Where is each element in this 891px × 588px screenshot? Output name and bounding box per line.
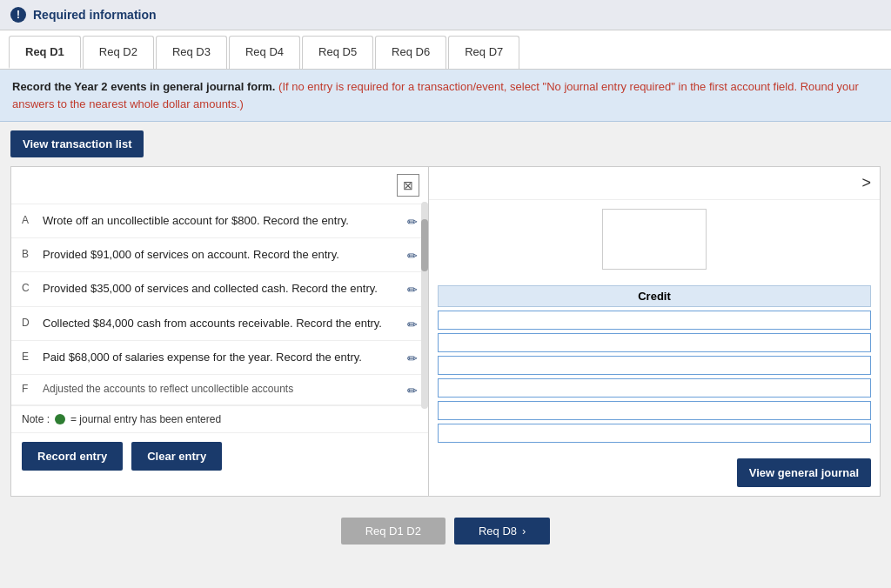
tab-req-d6[interactable]: Req D6 (375, 36, 446, 69)
green-dot-icon (55, 414, 65, 424)
trans-edit-f[interactable]: ✏ (407, 382, 418, 398)
main-panel: ⊠ A Wrote off an uncollectible account f… (10, 166, 881, 497)
instruction-bold: Record the Year 2 events in general jour… (12, 80, 275, 93)
view-general-journal-button[interactable]: View general journal (737, 458, 871, 487)
next-nav-icon: › (522, 525, 526, 538)
trans-text-b: Provided $91,000 of services on account.… (43, 247, 400, 263)
trans-text-a: Wrote off an uncollectible account for $… (43, 213, 400, 229)
next-nav-label: Req D8 (479, 525, 517, 538)
transaction-item-e: E Paid $68,000 of salaries expense for t… (11, 341, 428, 375)
right-panel: > Credit View general journal (429, 167, 880, 496)
transaction-item-b: B Provided $91,000 of services on accoun… (11, 238, 428, 272)
chevron-right-icon[interactable]: > (861, 174, 871, 192)
note-prefix: Note : (22, 413, 50, 425)
note-suffix: = journal entry has been entered (70, 413, 221, 425)
credit-input-1[interactable] (438, 311, 871, 330)
record-entry-button[interactable]: Record entry (22, 442, 123, 471)
left-panel: ⊠ A Wrote off an uncollectible account f… (11, 167, 429, 496)
trans-letter-d: D (22, 316, 36, 329)
prev-nav-button[interactable]: Req D1 D2 (341, 518, 446, 545)
credit-input-6[interactable] (438, 424, 871, 443)
trans-edit-d[interactable]: ✏ (407, 316, 418, 331)
trans-edit-a[interactable]: ✏ (407, 213, 418, 229)
tab-req-d1[interactable]: Req D1 (9, 36, 81, 69)
credit-section: Credit (429, 278, 880, 450)
tab-req-d7[interactable]: Req D7 (448, 36, 519, 69)
tab-req-d3[interactable]: Req D3 (156, 36, 227, 69)
action-bar: Record entry Clear entry (11, 432, 428, 479)
transaction-list: A Wrote off an uncollectible account for… (11, 204, 428, 405)
transaction-item-d: D Collected $84,000 cash from accounts r… (11, 307, 428, 341)
transaction-item-a: A Wrote off an uncollectible account for… (11, 204, 428, 238)
transaction-item-c: C Provided $35,000 of services and colle… (11, 272, 428, 306)
required-info-label: Required information (33, 8, 157, 22)
view-transaction-button[interactable]: View transaction list (10, 130, 144, 157)
trans-edit-c[interactable]: ✏ (407, 281, 418, 297)
credit-input-3[interactable] (438, 356, 871, 375)
expand-icon[interactable]: ⊠ (397, 174, 419, 197)
trans-letter-f: F (22, 382, 36, 395)
next-nav-button[interactable]: Req D8 › (454, 518, 550, 545)
right-panel-top: > (429, 167, 880, 200)
trans-letter-a: A (22, 213, 36, 226)
trans-letter-e: E (22, 350, 36, 363)
bottom-nav: Req D1 D2 Req D8 › (0, 507, 891, 555)
credit-input-5[interactable] (438, 401, 871, 420)
tab-req-d5[interactable]: Req D5 (302, 36, 373, 69)
trans-text-d: Collected $84,000 cash from accounts rec… (43, 316, 400, 331)
transaction-item-f: F Adjusted the accounts to reflect uncol… (11, 375, 428, 405)
trans-edit-b[interactable]: ✏ (407, 247, 418, 263)
clear-entry-button[interactable]: Clear entry (131, 442, 222, 471)
trans-text-e: Paid $68,000 of salaries expense for the… (43, 350, 400, 365)
left-panel-header: ⊠ (11, 167, 428, 204)
trans-letter-c: C (22, 281, 36, 294)
instruction-bar: Record the Year 2 events in general jour… (0, 70, 891, 122)
trans-text-c: Provided $35,000 of services and collect… (43, 281, 400, 297)
tab-req-d2[interactable]: Req D2 (83, 36, 154, 69)
note-bar: Note : = journal entry has been entered (11, 405, 428, 432)
scrollbar-thumb (421, 219, 428, 271)
tab-req-d4[interactable]: Req D4 (229, 36, 300, 69)
credit-header: Credit (438, 285, 871, 307)
credit-input-2[interactable] (438, 333, 871, 352)
required-info-bar: ! Required information (0, 0, 891, 30)
journal-preview (602, 209, 707, 270)
tabs-bar: Req D1 Req D2 Req D3 Req D4 Req D5 Req D… (0, 30, 891, 70)
alert-icon: ! (10, 7, 26, 23)
trans-text-f: Adjusted the accounts to reflect uncolle… (43, 382, 400, 397)
trans-letter-b: B (22, 247, 36, 260)
credit-input-4[interactable] (438, 378, 871, 398)
trans-edit-e[interactable]: ✏ (407, 350, 418, 365)
scrollbar[interactable] (421, 202, 428, 409)
